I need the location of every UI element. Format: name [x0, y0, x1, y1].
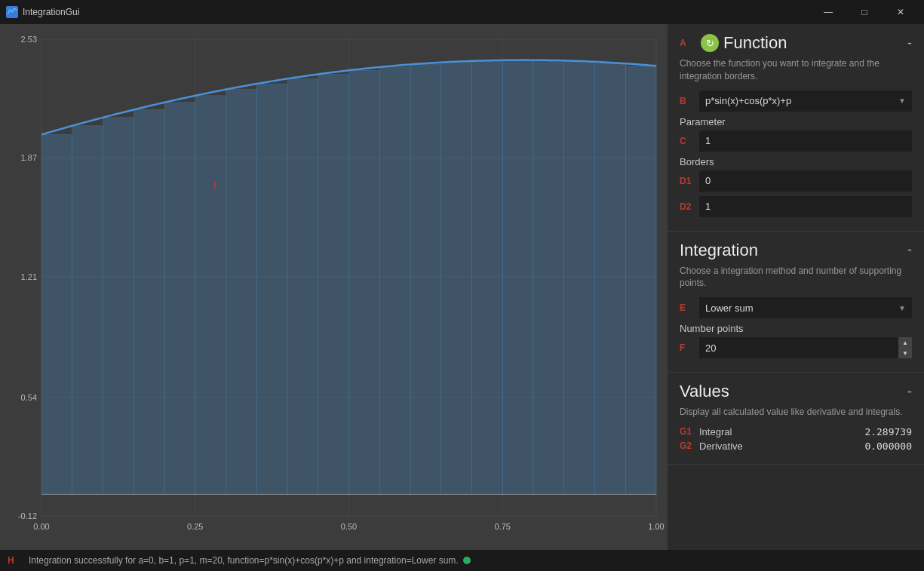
border2-input[interactable] [699, 196, 912, 217]
function-collapse-button[interactable]: - [907, 35, 912, 51]
right-panel: A ↻ Function - Choose the function you w… [668, 24, 924, 550]
window-title: IntegrationGui [23, 7, 79, 17]
num-points-field-row: F ▲ ▼ [680, 337, 912, 358]
formula-select-wrapper: p*sin(x)+cos(p*x)+p [699, 91, 912, 112]
integral-value: 2.289739 [864, 426, 912, 437]
refresh-icon[interactable]: ↻ [701, 34, 719, 52]
integration-section: Integration - Choose a integration metho… [668, 232, 924, 373]
method-select[interactable]: Lower sum Upper sum Midpoint rule Trapez… [699, 297, 912, 318]
app-icon [6, 6, 18, 18]
values-section-desc: Display all calculated value like deriva… [680, 406, 912, 419]
minimize-button[interactable]: — [811, 0, 846, 24]
graph-area [0, 24, 668, 550]
titlebar-left: IntegrationGui [6, 6, 79, 18]
formula-select[interactable]: p*sin(x)+cos(p*x)+p [699, 91, 912, 112]
border1-field-row: D1 [680, 170, 912, 192]
annotation-d1: D1 [680, 176, 696, 186]
spinner-down-button[interactable]: ▼ [898, 348, 912, 358]
annotation-c: C [680, 136, 696, 146]
num-points-wrapper: ▲ ▼ [699, 337, 912, 358]
statusbar: H Integration successfully for a=0, b=1,… [0, 550, 924, 571]
annotation-d2: D2 [680, 201, 696, 212]
status-text: Integration successfully for a=0, b=1, p… [29, 555, 459, 566]
function-chart [0, 24, 668, 550]
derivative-value: 0.000000 [864, 441, 912, 452]
borders-label: Borders [680, 156, 912, 167]
integration-section-title: Integration [680, 241, 758, 260]
param-label: Parameter [680, 116, 912, 127]
integration-collapse-button[interactable]: - [907, 242, 912, 258]
border2-field-row: D2 [680, 196, 912, 217]
border1-input[interactable] [699, 170, 912, 192]
integral-label: Integral [699, 426, 861, 437]
function-section-desc: Choose the function you want to integrat… [680, 57, 912, 83]
annotation-h: H [8, 555, 24, 566]
method-select-wrapper: Lower sum Upper sum Midpoint rule Trapez… [699, 297, 912, 318]
window-controls: — □ ✕ [811, 0, 918, 24]
maximize-button[interactable]: □ [847, 0, 882, 24]
status-indicator [463, 557, 471, 564]
derivative-label: Derivative [699, 441, 861, 452]
annotation-e: E [680, 302, 696, 313]
values-section-header: Values - [680, 382, 912, 401]
num-points-input[interactable] [699, 337, 898, 358]
formula-field-row: B p*sin(x)+cos(p*x)+p [680, 91, 912, 112]
values-collapse-button[interactable]: - [907, 384, 912, 400]
annotation-g2: G2 [680, 441, 696, 451]
values-section-title: Values [680, 382, 729, 401]
integration-section-desc: Choose a integration method and number o… [680, 265, 912, 290]
method-field-row: E Lower sum Upper sum Midpoint rule Trap… [680, 297, 912, 318]
annotation-b: B [680, 96, 696, 106]
spinner-buttons: ▲ ▼ [898, 337, 912, 358]
titlebar: IntegrationGui — □ ✕ [0, 0, 924, 24]
annotation-g1: G1 [680, 426, 696, 437]
close-button[interactable]: ✕ [883, 0, 918, 24]
spinner-up-button[interactable]: ▲ [898, 337, 912, 348]
num-points-label: Number points [680, 323, 912, 334]
function-section: A ↻ Function - Choose the function you w… [668, 24, 924, 232]
integral-row: G1 Integral 2.289739 [680, 426, 912, 437]
derivative-row: G2 Derivative 0.000000 [680, 441, 912, 452]
param-field-row: C [680, 130, 912, 152]
values-section: Values - Display all calculated value li… [668, 373, 924, 465]
function-section-title: Function [723, 33, 787, 53]
annotation-a: A [680, 38, 696, 48]
param-input[interactable] [699, 130, 912, 152]
main-content: A ↻ Function - Choose the function you w… [0, 24, 924, 550]
integration-section-header: Integration - [680, 241, 912, 260]
annotation-f: F [680, 342, 696, 353]
